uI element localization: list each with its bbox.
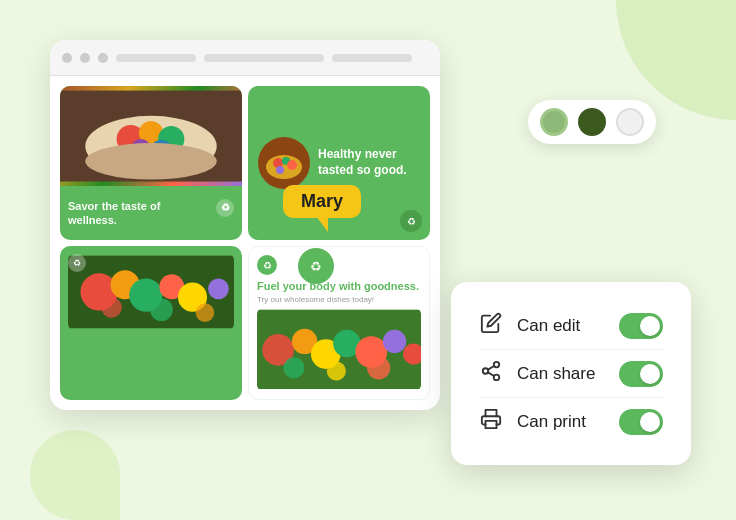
mary-avatar: ♻ bbox=[298, 248, 334, 284]
permission-row-edit: Can edit bbox=[479, 302, 663, 350]
svg-point-12 bbox=[287, 160, 297, 170]
food-image-bottom-left bbox=[68, 254, 234, 330]
svg-point-33 bbox=[327, 362, 346, 381]
svg-point-21 bbox=[101, 297, 122, 318]
svg-point-32 bbox=[283, 358, 304, 379]
svg-line-39 bbox=[488, 366, 494, 370]
decorative-leaf-bottom bbox=[30, 430, 120, 520]
tile-savor: Savor the taste of wellness. ♻ bbox=[60, 86, 242, 240]
edit-toggle-knob bbox=[640, 316, 660, 336]
share-toggle-knob bbox=[640, 364, 660, 384]
color-picker[interactable] bbox=[528, 100, 656, 144]
edit-label: Can edit bbox=[517, 316, 605, 336]
food-image-top-left bbox=[60, 86, 242, 186]
svg-rect-40 bbox=[486, 421, 497, 428]
tile-fuel-text: Fuel your body with goodness. bbox=[257, 279, 421, 293]
print-label: Can print bbox=[517, 412, 605, 432]
toolbar-bar-3 bbox=[332, 54, 412, 62]
share-toggle[interactable] bbox=[619, 361, 663, 387]
food-image-bottom-right bbox=[257, 308, 421, 391]
print-icon bbox=[479, 408, 503, 435]
toolbar-dot-2 bbox=[80, 53, 90, 63]
print-toggle[interactable] bbox=[619, 409, 663, 435]
browser-toolbar bbox=[50, 40, 440, 76]
svg-point-30 bbox=[383, 330, 406, 353]
permission-row-print: Can print bbox=[479, 398, 663, 445]
food-image-top-right bbox=[258, 137, 310, 189]
tile-bottom-left: ♻ bbox=[60, 246, 242, 400]
svg-point-23 bbox=[196, 303, 215, 322]
svg-point-22 bbox=[150, 298, 173, 321]
mary-label: Mary bbox=[301, 191, 343, 211]
mary-arrow bbox=[316, 216, 328, 232]
svg-point-34 bbox=[367, 357, 390, 380]
edit-toggle[interactable] bbox=[619, 313, 663, 339]
svg-point-13 bbox=[276, 166, 284, 174]
color-swatch-dark-green[interactable] bbox=[578, 108, 606, 136]
tile-savor-text: Savor the taste of wellness. ♻ bbox=[60, 186, 242, 240]
toolbar-dot-1 bbox=[62, 53, 72, 63]
svg-line-38 bbox=[488, 372, 494, 376]
toolbar-bar-2 bbox=[204, 54, 324, 62]
permissions-panel: Can edit Can share Can p bbox=[451, 282, 691, 465]
tile-fuel: ♻ Fuel your body with goodness. Try our … bbox=[248, 246, 430, 400]
toolbar-bar-1 bbox=[116, 54, 196, 62]
tile-fuel-subtext: Try our wholesome dishes today! bbox=[257, 295, 421, 304]
share-label: Can share bbox=[517, 364, 605, 384]
share-icon bbox=[479, 360, 503, 387]
fuel-logo: ♻ bbox=[257, 255, 277, 275]
logo-icon-bottom-left: ♻ bbox=[68, 254, 86, 272]
svg-point-20 bbox=[208, 278, 229, 299]
svg-point-7 bbox=[85, 143, 216, 179]
color-swatch-light-green[interactable] bbox=[540, 108, 568, 136]
mary-tooltip: Mary bbox=[283, 185, 361, 218]
toolbar-dot-3 bbox=[98, 53, 108, 63]
permission-row-share: Can share bbox=[479, 350, 663, 398]
logo-icon-top-right: ♻ bbox=[400, 210, 422, 232]
browser-content: Savor the taste of wellness. ♻ bbox=[50, 76, 440, 410]
browser-window: Savor the taste of wellness. ♻ bbox=[50, 40, 440, 410]
print-toggle-knob bbox=[640, 412, 660, 432]
edit-icon bbox=[479, 312, 503, 339]
tile-healthy-text: Healthy never tasted so good. bbox=[318, 147, 420, 178]
mary-bubble: Mary bbox=[283, 185, 361, 218]
fuel-logo-row: ♻ bbox=[257, 255, 421, 275]
color-swatch-white[interactable] bbox=[616, 108, 644, 136]
